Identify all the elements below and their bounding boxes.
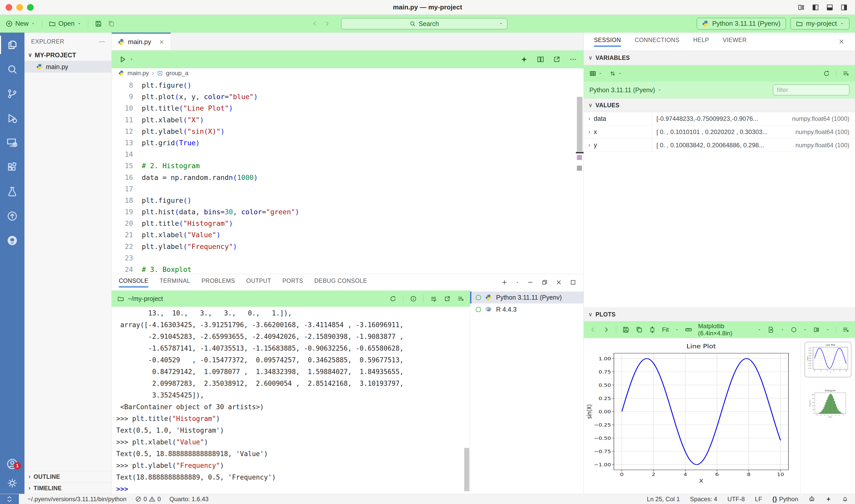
variable-row-y[interactable]: ›y[ 0. , 0.10083842, 0.20064886, 0.298..… [584,139,855,152]
right-tab-session[interactable]: SESSION [594,37,621,47]
restore-panel-icon[interactable] [541,279,548,286]
indentation-setting[interactable]: Spaces: 4 [690,496,717,503]
clear-console-icon[interactable] [457,295,464,302]
close-panel-icon[interactable] [555,279,562,286]
close-icon[interactable] [159,39,164,45]
code-editor[interactable]: 8plt.figure()9plt.plot(x, y, color="blue… [112,78,584,274]
eol-setting[interactable]: LF [755,496,762,503]
navigate-forward-icon[interactable] [324,20,331,27]
plots-section-header[interactable]: ∨ PLOTS [584,308,855,321]
sidebar-item-search[interactable] [0,57,24,82]
plot-thumbnail-line[interactable]: 0246810−1.00−0.75−0.50−0.250.000.250.500… [804,342,851,377]
sparkle-icon[interactable] [520,56,528,63]
sparkle-status[interactable] [825,496,832,502]
settings-button[interactable] [0,475,24,491]
file-row-main-py[interactable]: main.py [24,61,111,73]
session-row-r[interactable]: R 4.4.3 [470,304,584,316]
breadcrumb[interactable]: main.py › group_a [112,68,584,78]
problems-summary[interactable]: 0 0 [135,496,161,503]
clear-plots-icon[interactable] [842,326,849,333]
cursor-position[interactable]: Ln 25, Col 1 [647,496,680,503]
next-plot-icon[interactable] [603,326,610,333]
info-icon[interactable] [410,295,417,302]
plots-layout-button[interactable] [813,326,830,333]
panel-tab-terminal[interactable]: TERMINAL [160,277,190,287]
sizing-policy-button[interactable] [790,326,807,333]
fit-selector-button[interactable]: Fit [649,326,679,333]
maximize-panel-icon[interactable] [570,279,576,286]
panel-tab-ports[interactable]: PORTS [282,277,303,287]
sidebar-item-github[interactable] [0,228,24,253]
move-to-editor-icon[interactable] [444,295,451,302]
close-icon[interactable] [838,38,845,45]
more-actions-icon[interactable] [569,56,577,63]
sidebar-item-explorer[interactable] [0,33,24,57]
toggle-right-panel-icon[interactable] [840,4,848,11]
panel-tab-debug-console[interactable]: DEBUG CONSOLE [314,277,367,287]
variables-section-header[interactable]: ∨ VARIABLES [584,51,855,65]
remote-indicator[interactable] [0,494,19,504]
filter-input[interactable] [773,85,849,95]
new-button[interactable]: New [6,20,35,28]
right-tab-help[interactable]: HELP [693,37,709,47]
toggle-left-panel-icon[interactable] [812,4,819,11]
session-row-python[interactable]: Python 3.11.11 (Pyenv) [470,291,584,304]
open-button[interactable]: Open [49,20,81,28]
refresh-variables-icon[interactable] [823,70,830,77]
chevron-right-icon[interactable]: › [588,129,590,135]
interpreter-selector-button[interactable]: Python 3.11.11 (Pyenv) [697,18,786,30]
copilot-status[interactable] [808,496,815,502]
group-variables-button[interactable] [589,70,602,77]
save-icon[interactable] [95,20,102,27]
clear-variables-icon[interactable] [842,70,849,77]
toggle-bottom-panel-icon[interactable] [826,4,834,11]
console-output[interactable]: 13., 10., 3., 3., 0., 1.]), array([-4.16… [112,307,470,494]
variable-row-x[interactable]: ›x[ 0. , 0.1010101 , 0.2020202 , 0.30303… [584,125,855,139]
sidebar-item-publish[interactable] [0,204,24,228]
breadcrumb-symbol[interactable]: group_a [166,70,189,77]
folder-root-row[interactable]: ∨ MY-PROJECT [24,49,111,61]
copy-plot-icon[interactable] [636,326,643,333]
variables-session-selector[interactable]: Python 3.11.11 (Pyenv) [589,86,661,94]
breadcrumb-file[interactable]: main.py [127,70,149,77]
save-all-icon[interactable] [108,20,115,27]
values-section-header[interactable]: ∨ VALUES [584,98,855,112]
plot-thumbnail-histogram[interactable]: 020406080100−4−3−2−10123HistogramValueFr… [808,389,847,419]
chevron-right-icon[interactable]: › [588,115,590,122]
export-plot-button[interactable] [767,326,784,333]
sidebar-item-remote-explorer[interactable] [0,130,24,155]
panel-tab-output[interactable]: OUTPUT [246,277,271,287]
split-editor-icon[interactable] [537,56,544,63]
chevron-down-icon[interactable] [515,281,519,284]
word-wrap-icon[interactable] [430,295,437,302]
timeline-section[interactable]: › TIMELINE [24,482,111,494]
chevron-right-icon[interactable]: › [588,142,590,148]
sidebar-item-testing[interactable] [0,179,24,204]
global-search-input[interactable]: Search [341,18,507,29]
outline-section[interactable]: › OUTLINE [24,471,111,482]
right-tab-viewer[interactable]: VIEWER [723,37,747,47]
restart-console-icon[interactable] [390,295,396,302]
variable-row-data[interactable]: ›data[-0.97448233,-0.75009923,-0.9076...… [584,112,855,125]
customize-layout-icon[interactable] [797,4,805,11]
project-selector-button[interactable]: my-project [790,18,849,30]
more-actions-icon[interactable] [99,38,105,45]
panel-tab-problems[interactable]: PROBLEMS [201,277,235,287]
accounts-button[interactable]: 1 [0,455,24,473]
sort-variables-button[interactable] [609,70,622,77]
open-in-new-window-icon[interactable] [553,56,560,63]
chevron-down-icon[interactable] [129,57,133,61]
encoding-setting[interactable]: UTF-8 [728,496,745,503]
minimize-panel-icon[interactable] [527,279,534,286]
run-file-button[interactable] [118,55,127,64]
sidebar-item-run-debug[interactable] [0,106,24,130]
notifications-button[interactable] [842,496,848,502]
navigate-back-icon[interactable] [311,20,318,27]
editor-scrollbar[interactable] [577,97,583,151]
previous-plot-icon[interactable] [589,326,596,333]
panel-tab-console[interactable]: CONSOLE [119,277,148,287]
sidebar-item-source-control[interactable] [0,82,24,106]
new-console-icon[interactable] [501,279,508,286]
console-scrollbar[interactable] [464,448,469,491]
right-tab-connections[interactable]: CONNECTIONS [635,37,679,47]
